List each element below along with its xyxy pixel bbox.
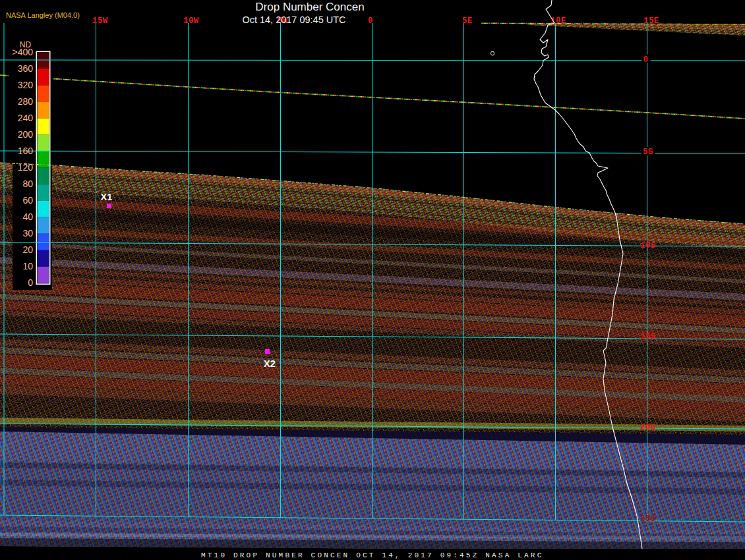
svg-text:160: 160: [18, 146, 34, 156]
svg-text:25S: 25S: [640, 515, 656, 524]
svg-text:320: 320: [18, 80, 34, 90]
svg-text:10W: 10W: [183, 16, 199, 26]
svg-text:0: 0: [368, 16, 373, 26]
svg-text:15W: 15W: [92, 16, 108, 26]
svg-text:20S: 20S: [640, 423, 656, 432]
svg-text:0: 0: [643, 55, 649, 65]
svg-text:40: 40: [22, 211, 33, 222]
svg-text:Oct 14, 2017 09:45 UTC: Oct 14, 2017 09:45 UTC: [242, 14, 345, 25]
svg-text:10: 10: [22, 261, 33, 271]
svg-text:X2: X2: [264, 358, 276, 369]
svg-text:NASA Langley (M04.0): NASA Langley (M04.0): [6, 11, 80, 19]
svg-text:10S: 10S: [640, 241, 656, 250]
svg-text:80: 80: [22, 179, 33, 189]
svg-text:200: 200: [18, 129, 34, 140]
svg-text:20: 20: [22, 244, 33, 255]
svg-text:ND: ND: [20, 40, 32, 49]
svg-text:Drop Number Concen: Drop Number Concen: [255, 1, 364, 13]
svg-text:240: 240: [18, 113, 34, 123]
svg-text:60: 60: [22, 195, 33, 206]
svg-text:280: 280: [18, 96, 34, 107]
svg-text:30: 30: [22, 228, 33, 238]
svg-text:120: 120: [18, 162, 34, 173]
svg-text:360: 360: [18, 63, 34, 74]
svg-text:MT10 DROP NUMBER CONCEN OCT: MT10 DROP NUMBER CONCEN OCT 14, 2017 09:…: [201, 551, 543, 559]
svg-text:5S: 5S: [643, 148, 653, 157]
svg-text:0: 0: [28, 277, 33, 288]
svg-text:15E: 15E: [643, 16, 659, 26]
svg-text:X1: X1: [101, 192, 113, 202]
svg-text:5E: 5E: [462, 16, 473, 26]
svg-text:15S: 15S: [640, 332, 656, 341]
